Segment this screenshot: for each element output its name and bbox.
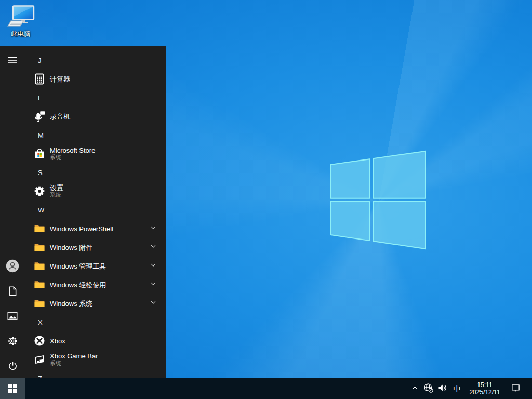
app-label: Xbox bbox=[50, 337, 65, 345]
chevron-down-icon bbox=[150, 280, 157, 289]
this-pc-label: 此电脑 bbox=[4, 30, 37, 38]
section-letter: S bbox=[38, 169, 43, 177]
folder-icon bbox=[33, 278, 46, 291]
taskbar: 中 15:11 2025/12/11 bbox=[0, 378, 532, 399]
document-icon bbox=[7, 286, 18, 297]
power-icon bbox=[7, 361, 18, 371]
app-list-section-S[interactable]: S bbox=[25, 163, 166, 182]
section-letter: W bbox=[38, 206, 44, 214]
rail-item-settings[interactable] bbox=[0, 328, 25, 353]
system-tray: 中 15:11 2025/12/11 bbox=[408, 378, 532, 399]
volume-button[interactable] bbox=[435, 378, 449, 399]
globe-no-internet-icon bbox=[423, 383, 433, 395]
app-sublabel: 系统 bbox=[50, 154, 95, 161]
start-button[interactable] bbox=[0, 378, 25, 399]
app-label: Microsoft Store bbox=[50, 147, 95, 154]
ime-indicator[interactable]: 中 bbox=[449, 378, 465, 399]
app-item-录音机[interactable]: 录音机 bbox=[25, 107, 166, 126]
app-label: Windows 系统 bbox=[50, 300, 92, 308]
folder-item-Windows 轻松使用[interactable]: Windows 轻松使用 bbox=[25, 275, 166, 294]
clock[interactable]: 15:11 2025/12/11 bbox=[465, 378, 504, 399]
folder-icon bbox=[33, 260, 46, 272]
app-label: Windows PowerShell bbox=[50, 225, 113, 233]
action-center-button[interactable] bbox=[504, 378, 526, 399]
app-item-Xbox Game Bar[interactable]: Xbox Game Bar系统 bbox=[25, 350, 166, 369]
voice-recorder-icon bbox=[33, 110, 46, 123]
app-list-section-L[interactable]: L bbox=[25, 88, 166, 107]
section-letter: Z bbox=[38, 375, 42, 379]
rail-item-power[interactable] bbox=[0, 353, 25, 378]
wallpaper-windows-logo bbox=[330, 150, 427, 252]
this-pc-icon bbox=[6, 5, 35, 29]
app-label: Windows 轻松使用 bbox=[50, 281, 106, 289]
clock-time: 15:11 bbox=[477, 381, 492, 389]
desktop-icon-this-pc[interactable]: 此电脑 bbox=[4, 5, 37, 38]
app-list-section-W[interactable]: W bbox=[25, 201, 166, 219]
action-center-icon bbox=[511, 383, 521, 395]
app-sublabel: 系统 bbox=[50, 192, 63, 198]
app-label: 计算器 bbox=[50, 75, 70, 83]
app-item-设置[interactable]: 设置系统 bbox=[25, 182, 166, 201]
app-list-section-J[interactable]: J bbox=[25, 51, 166, 70]
section-letter: L bbox=[38, 94, 42, 102]
network-status-button[interactable] bbox=[421, 378, 435, 399]
section-letter: J bbox=[38, 57, 42, 64]
chevron-down-icon bbox=[150, 243, 157, 252]
pictures-icon bbox=[7, 310, 18, 322]
gear-outline-icon bbox=[7, 336, 18, 347]
section-letter: M bbox=[38, 131, 44, 139]
calculator-icon bbox=[33, 73, 46, 85]
rail-item-expand-menu[interactable] bbox=[0, 51, 25, 70]
speaker-icon bbox=[437, 383, 447, 395]
rail-item-pictures[interactable] bbox=[0, 303, 25, 328]
windows-logo-icon bbox=[8, 384, 17, 393]
microsoft-store-icon bbox=[33, 148, 46, 160]
app-list-section-X[interactable]: X bbox=[25, 313, 166, 331]
user-icon bbox=[6, 259, 19, 273]
chevron-down-icon bbox=[150, 261, 157, 271]
folder-icon bbox=[33, 222, 46, 235]
folder-item-Windows PowerShell[interactable]: Windows PowerShell bbox=[25, 219, 166, 238]
app-item-Microsoft Store[interactable]: Microsoft Store系统 bbox=[25, 144, 166, 163]
rail-top-group bbox=[0, 51, 25, 70]
folder-item-Windows 管理工具[interactable]: Windows 管理工具 bbox=[25, 257, 166, 275]
app-label: 设置 bbox=[50, 184, 63, 192]
app-item-计算器[interactable]: 计算器 bbox=[25, 70, 166, 88]
rail-item-documents[interactable] bbox=[0, 278, 25, 303]
app-label: 录音机 bbox=[50, 113, 70, 121]
ime-label: 中 bbox=[454, 384, 461, 394]
start-menu-app-list: J计算器L录音机MMicrosoft Store系统S设置系统WWindows … bbox=[25, 46, 166, 378]
clock-date: 2025/12/11 bbox=[469, 389, 500, 396]
folder-item-Windows 系统[interactable]: Windows 系统 bbox=[25, 294, 166, 313]
start-menu: J计算器L录音机MMicrosoft Store系统S设置系统WWindows … bbox=[0, 46, 166, 378]
app-list-section-M[interactable]: M bbox=[25, 126, 166, 144]
section-letter: X bbox=[38, 318, 43, 326]
folder-icon bbox=[33, 241, 46, 254]
chevron-up-icon bbox=[411, 384, 419, 394]
app-label: Xbox Game Bar bbox=[50, 352, 98, 360]
rail-bottom-group bbox=[0, 254, 25, 378]
app-list-section-Z[interactable]: Z bbox=[25, 369, 166, 378]
tray-overflow-button[interactable] bbox=[408, 378, 421, 399]
chevron-down-icon bbox=[150, 224, 157, 233]
taskbar-empty-area bbox=[25, 378, 408, 399]
folder-icon bbox=[33, 297, 46, 310]
start-menu-rail bbox=[0, 46, 25, 378]
xbox-game-bar-icon bbox=[33, 353, 46, 366]
gear-solid-icon bbox=[33, 185, 46, 197]
rail-item-user-account[interactable] bbox=[0, 254, 25, 278]
chevron-down-icon bbox=[150, 299, 157, 308]
hamburger-icon bbox=[7, 55, 18, 65]
app-label: Windows 附件 bbox=[50, 244, 92, 251]
app-label: Windows 管理工具 bbox=[50, 262, 106, 270]
app-item-Xbox[interactable]: Xbox bbox=[25, 331, 166, 350]
folder-item-Windows 附件[interactable]: Windows 附件 bbox=[25, 238, 166, 257]
xbox-icon bbox=[33, 335, 46, 347]
app-sublabel: 系统 bbox=[50, 360, 98, 367]
screen: 此电脑 J计算器L录音机MMicrosoft Store系统S设置系统WWind… bbox=[0, 0, 532, 399]
